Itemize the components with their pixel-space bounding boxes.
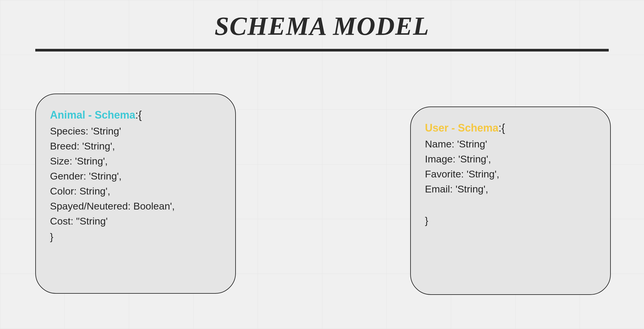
animal-field: Breed: 'String', bbox=[50, 139, 221, 154]
user-schema-suffix: :{ bbox=[498, 122, 505, 134]
title-underline bbox=[35, 49, 609, 51]
user-schema-close: } bbox=[425, 215, 596, 226]
animal-field: Size: 'String', bbox=[50, 154, 221, 169]
animal-schema-close: } bbox=[50, 231, 221, 242]
user-schema-title: User - Schema:{ bbox=[425, 122, 596, 134]
diagram-title: Schema Model bbox=[57, 11, 587, 41]
user-field: Favorite: 'String', bbox=[425, 167, 596, 182]
animal-field: Species: 'String' bbox=[50, 124, 221, 139]
user-field: Image: 'String', bbox=[425, 152, 596, 167]
animal-schema-name: Animal - Schema bbox=[50, 109, 135, 121]
animal-schema-suffix: :{ bbox=[135, 109, 142, 121]
user-field: Email: 'String', bbox=[425, 182, 596, 197]
user-schema-box: User - Schema:{ Name: 'String' Image: 'S… bbox=[410, 107, 611, 295]
user-field: Name: 'String' bbox=[425, 137, 596, 152]
animal-field: Color: String', bbox=[50, 184, 221, 199]
animal-schema-title: Animal - Schema:{ bbox=[50, 109, 221, 121]
animal-field: Gender: 'String', bbox=[50, 169, 221, 184]
user-schema-name: User - Schema bbox=[425, 122, 498, 134]
animal-schema-box: Animal - Schema:{ Species: 'String' Bree… bbox=[35, 94, 236, 294]
animal-field: Spayed/Neutered: Boolean', bbox=[50, 199, 221, 214]
animal-field: Cost: "String' bbox=[50, 214, 221, 229]
